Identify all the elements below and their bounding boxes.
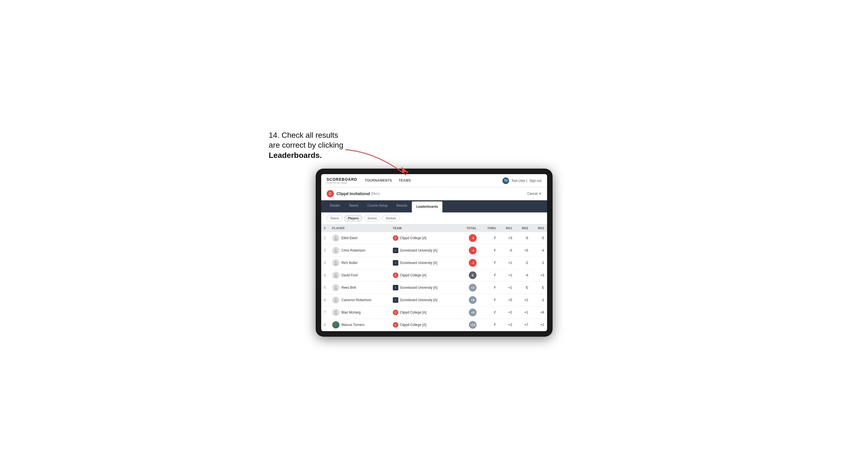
cell-player: Chris Robertson [330,244,390,257]
tab-leaderboards-label: Leaderboards [416,205,438,209]
cell-total: -4 [458,244,479,257]
cell-player: Blair McHarg [330,306,390,319]
player-name: Blair McHarg [342,311,361,314]
cell-rd1: -5 [499,244,515,257]
tournament-gender: (Men) [371,192,380,196]
player-name: Marcus Turners [342,323,365,327]
table-row: 8 Marcus Turners C Clippd College [A] +1… [321,319,547,331]
cell-team: C Clippd College [A] [390,232,458,244]
cell-thru: F [479,244,499,257]
logo-area: SCOREBOARD Powered by clippd [327,177,357,184]
rank-number: 5 [324,286,326,289]
cell-rank: 5 [321,282,330,294]
svg-point-1 [335,237,337,238]
instruction-bold: Leaderboards. [269,151,322,159]
team-icon-scoreboard: ≡ [393,248,398,253]
player-cell: Blair McHarg [332,309,387,316]
cancel-button[interactable]: Cancel ✕ [527,192,541,196]
player-cell: David Ford [332,272,387,279]
cell-total: -2 [458,257,479,269]
cell-rd1: +1 [499,282,515,294]
cell-rd2: +1 [515,306,531,319]
tab-course-setup-label: Course Setup [368,204,388,208]
cell-rank: 3 [321,257,330,269]
col-rd3: RD3 [531,224,547,232]
tablet-frame: SCOREBOARD Powered by clippd TOURNAMENTS… [316,168,553,337]
col-thru: THRU [479,224,499,232]
close-icon: ✕ [539,192,541,196]
team-name: Scoreboard University [A] [400,249,437,252]
filter-players[interactable]: Players [344,215,362,221]
nav-tournaments[interactable]: TOURNAMENTS [365,178,392,184]
cell-rank: 7 [321,306,330,319]
team-cell: ≡ Scoreboard University [A] [393,297,455,303]
user-label: Test User | [511,179,527,183]
sign-out-link[interactable]: Sign out [529,179,541,183]
team-icon-scoreboard: ≡ [393,260,398,266]
table-row: 2 Chris Robertson ≡ Scoreboard Universit… [321,244,547,257]
player-cell: Elliot Ebert [332,235,387,242]
cell-thru: F [479,232,499,244]
cell-rd3: -1 [531,257,547,269]
tab-course-setup[interactable]: Course Setup [363,200,392,212]
nav-teams[interactable]: TEAMS [399,178,411,184]
svg-point-14 [334,313,337,315]
player-cell: Cameron Robertson [332,297,387,304]
cell-player: Rich Butler [330,257,390,269]
tab-results[interactable]: Results [392,200,412,212]
cell-rd2: +7 [515,319,531,331]
cell-rd2: +5 [515,244,531,257]
cell-rd1: +1 [499,257,515,269]
cell-rd2: -2 [515,257,531,269]
filter-strokes[interactable]: Strokes [382,215,399,221]
cell-thru: F [479,306,499,319]
team-cell: ≡ Scoreboard University [A] [393,248,455,253]
table-row: 5 Rees Britt ≡ Scoreboard University [A]… [321,282,547,294]
cell-rd3: +3 [531,269,547,282]
team-name: Clippd College [A] [400,273,427,277]
player-avatar [332,247,339,254]
filter-scores[interactable]: Scores [364,215,380,221]
table-header-row: # PLAYER TEAM TOTAL THRU RD1 RD2 RD3 [321,224,547,232]
player-name: Rich Butler [342,261,358,265]
svg-point-2 [334,239,337,240]
cell-rank: 4 [321,269,330,282]
team-icon-clippd: C [393,273,398,278]
cell-rank: 6 [321,294,330,306]
cell-rd1: +5 [499,294,515,306]
tab-bar: Details Teams Course Setup Results Leade… [321,200,547,212]
tournament-icon: C [327,190,334,197]
score-badge: E [469,271,476,279]
cell-rank: 2 [321,244,330,257]
rank-number: 6 [324,298,326,302]
logo-title: SCOREBOARD [327,177,357,182]
cell-total: +6 [458,294,479,306]
player-name: Cameron Robertson [342,298,371,302]
cell-thru: F [479,319,499,331]
tab-leaderboards[interactable]: Leaderboards [412,201,442,212]
col-rd1: RD1 [499,224,515,232]
player-avatar [332,259,339,267]
player-name: Elliot Ebert [342,236,358,240]
tab-details[interactable]: Details [326,200,345,212]
nav-links: TOURNAMENTS TEAMS [365,178,503,184]
table-row: 3 Rich Butler ≡ Scoreboard University [A… [321,257,547,269]
user-initials: TU [504,179,508,182]
tab-details-label: Details [330,204,340,208]
rank-number: 1 [324,236,326,240]
table-row: 6 Cameron Robertson ≡ Scoreboard Univers… [321,294,547,306]
cell-rd3: +2 [531,319,547,331]
cell-team: C Clippd College [A] [390,269,458,282]
svg-point-11 [335,299,337,300]
page-wrapper: 14. Check all results are correct by cli… [269,130,599,337]
cell-rd2: E [515,282,531,294]
player-name: Chris Robertson [342,249,366,252]
cell-player: Rees Britt [330,282,390,294]
filter-teams[interactable]: Teams [327,215,343,221]
user-avatar: TU [502,178,509,184]
cell-thru: F [479,294,499,306]
cell-team: ≡ Scoreboard University [A] [390,244,458,257]
svg-point-10 [334,288,337,290]
tab-teams[interactable]: Teams [344,200,363,212]
col-team: TEAM [390,224,458,232]
